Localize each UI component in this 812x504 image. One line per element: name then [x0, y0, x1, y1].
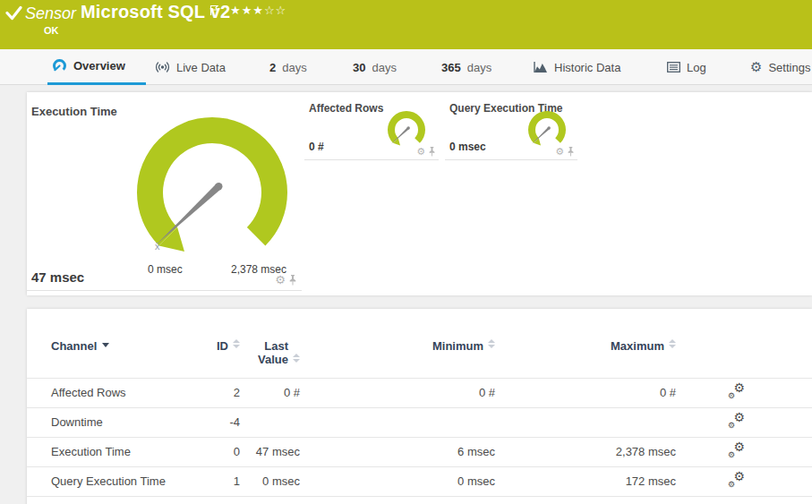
gauge-current-value: 0 msec — [449, 141, 486, 153]
gear-icon[interactable]: ⚙ — [555, 147, 564, 157]
stars-filled: ★★★ — [230, 4, 264, 17]
tab-settings[interactable]: ⚙ Settings — [746, 49, 812, 85]
flag-icon[interactable] — [209, 4, 219, 16]
channels-panel: Channel ID Last Value Minimum Maximum Af… — [27, 309, 812, 504]
column-header-last-value[interactable]: Last Value — [240, 337, 300, 378]
cell-maximum — [495, 407, 676, 437]
tab-number: 30 — [353, 61, 365, 74]
gauge-controls: ⚙ — [555, 147, 575, 157]
tab-label: Overview — [73, 59, 125, 73]
large-gear-icon: ⚙ — [733, 411, 745, 423]
gear-icon[interactable]: ⚙ — [275, 274, 286, 286]
sort-arrows-icon — [488, 339, 495, 348]
gauge-block-query-execution-time: Query Execution Time 0 msec ⚙ — [445, 92, 577, 160]
table-row[interactable]: Downtime -4 ⚙⚙ — [27, 407, 812, 437]
sort-arrows-icon — [233, 339, 240, 348]
gear-icon[interactable]: ⚙ — [416, 147, 425, 157]
cell-maximum: 2,378 msec — [495, 437, 676, 466]
object-kind-label: Sensor — [25, 4, 76, 23]
cell-last-value: 0 msec — [240, 466, 300, 496]
tab-historic-data[interactable]: Historic Data — [529, 49, 628, 85]
tab-unit: days — [282, 61, 306, 74]
status-check-icon — [5, 5, 22, 21]
cell-channel[interactable]: Downtime — [27, 407, 186, 437]
cell-last-value: 0 # — [240, 378, 300, 407]
pin-icon[interactable] — [567, 147, 575, 157]
tab-number: 365 — [441, 61, 461, 74]
gauge-title: Affected Rows — [309, 102, 383, 115]
tab-label: Log — [687, 61, 706, 74]
gauge-min-label: 0 msec — [148, 263, 183, 276]
priority-stars[interactable]: ★★★☆☆ — [230, 4, 286, 17]
gauges-panel: Execution Time x̄ 0 msec 2,378 msec 47 m… — [27, 92, 812, 295]
prtg-sensor-page: Sensor Microsoft SQL v2 ★★★☆☆ OK Overvie… — [0, 0, 812, 504]
gauge-controls: ⚙ — [275, 274, 297, 286]
gauge-block-affected-rows: Affected Rows 0 # ⚙ — [304, 92, 439, 160]
execution-time-gauge — [127, 107, 297, 278]
channel-table: Channel ID Last Value Minimum Maximum Af… — [27, 337, 812, 497]
chart-icon — [534, 61, 548, 73]
pin-icon[interactable] — [288, 275, 297, 286]
column-header-maximum[interactable]: Maximum — [495, 337, 676, 378]
average-marker: x̄ — [155, 241, 160, 252]
cell-minimum: 6 msec — [300, 437, 495, 466]
sensor-header: Sensor Microsoft SQL v2 ★★★☆☆ OK — [0, 0, 812, 49]
gauge-icon — [52, 59, 67, 73]
pin-icon[interactable] — [428, 147, 436, 157]
tab-unit: days — [372, 61, 396, 74]
channel-settings-icon[interactable]: ⚙⚙ — [728, 384, 745, 399]
table-row[interactable]: Affected Rows 2 0 # 0 # 0 # ⚙⚙ — [27, 378, 812, 407]
cell-id: 1 — [186, 466, 240, 496]
tab-number: 2 — [269, 61, 276, 74]
tab-365-days[interactable]: 365 days — [437, 49, 498, 85]
channel-settings-icon[interactable]: ⚙⚙ — [728, 473, 745, 488]
sort-arrows-icon — [669, 339, 676, 348]
broadcast-icon — [155, 61, 170, 73]
sort-arrows-icon — [293, 354, 300, 363]
large-gear-icon: ⚙ — [733, 381, 745, 394]
cell-id: -4 — [186, 407, 240, 437]
gauge-block-execution-time: Execution Time x̄ 0 msec 2,378 msec 47 m… — [27, 92, 302, 291]
tab-2-days[interactable]: 2 days — [265, 49, 313, 85]
sort-caret-icon — [102, 343, 109, 347]
cell-channel[interactable]: Execution Time — [27, 437, 186, 466]
cell-maximum: 172 msec — [495, 466, 676, 496]
cell-minimum — [300, 407, 495, 437]
cell-maximum: 0 # — [495, 378, 676, 407]
cell-minimum: 0 # — [300, 378, 495, 407]
channel-settings-icon[interactable]: ⚙⚙ — [728, 443, 745, 458]
sensor-title: Microsoft SQL v2 — [81, 2, 230, 22]
gauge-current-value: 0 # — [309, 141, 324, 153]
gauge-current-value: 47 msec — [31, 269, 84, 285]
cell-minimum: 0 msec — [300, 466, 495, 496]
column-header-channel[interactable]: Channel — [27, 337, 186, 378]
channel-settings-icon[interactable]: ⚙⚙ — [728, 414, 745, 429]
cell-channel[interactable]: Query Execution Time — [27, 466, 186, 496]
tab-unit: days — [467, 61, 491, 74]
table-row[interactable]: Query Execution Time 1 0 msec 0 msec 172… — [27, 466, 812, 496]
column-header-id[interactable]: ID — [186, 337, 240, 378]
column-header-minimum[interactable]: Minimum — [300, 337, 495, 378]
gauge-controls: ⚙ — [416, 147, 436, 157]
cell-last-value: 47 msec — [240, 437, 300, 466]
gauge-title: Execution Time — [31, 105, 117, 118]
tab-label: Settings — [768, 61, 810, 74]
cell-last-value — [240, 407, 300, 437]
table-header-row: Channel ID Last Value Minimum Maximum — [27, 337, 812, 378]
stars-empty: ☆☆ — [264, 4, 286, 17]
large-gear-icon: ⚙ — [733, 440, 745, 453]
sensor-status-badge: OK — [44, 25, 59, 36]
cell-channel[interactable]: Affected Rows — [27, 378, 186, 407]
cell-id: 0 — [186, 437, 240, 466]
tab-bar: Overview Live Data 2 days 30 days 365 da… — [0, 49, 812, 85]
column-header-settings — [676, 337, 812, 378]
tab-log[interactable]: Log — [662, 49, 711, 85]
tab-30-days[interactable]: 30 days — [348, 49, 404, 85]
cell-id: 2 — [186, 378, 240, 407]
tab-live-data[interactable]: Live Data — [150, 49, 233, 85]
gear-icon: ⚙ — [750, 61, 762, 74]
tab-label: Live Data — [176, 61, 226, 74]
table-row[interactable]: Execution Time 0 47 msec 6 msec 2,378 ms… — [27, 437, 812, 466]
log-icon — [667, 62, 680, 73]
tab-overview[interactable]: Overview — [47, 49, 146, 85]
